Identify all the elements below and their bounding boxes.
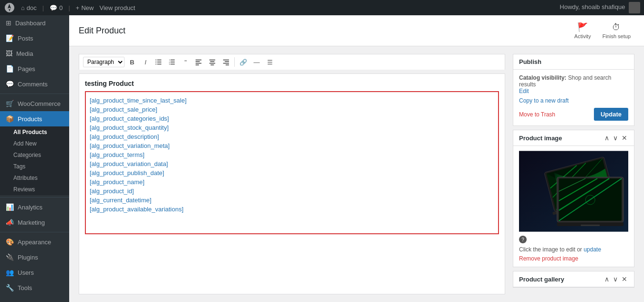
svg-rect-23 — [226, 64, 229, 65]
plugins-icon: 🔌 — [6, 253, 14, 261]
svg-rect-4 — [156, 64, 156, 65]
svg-rect-17 — [210, 61, 215, 62]
view-product-link[interactable]: View product — [99, 4, 135, 11]
sidebar-sep-1 — [0, 94, 69, 94]
product-gallery-collapse-up[interactable]: ∧ — [603, 275, 610, 283]
editor-toolbar: Paragraph Heading 1 Heading 2 B I 1.2.3.… — [79, 54, 505, 70]
sidebar-sub-attributes[interactable]: Attributes — [0, 172, 69, 184]
marketing-icon: 📣 — [6, 219, 14, 226]
svg-rect-16 — [209, 60, 215, 61]
bold-button[interactable]: B — [126, 56, 138, 68]
sidebar-item-pages[interactable]: 📄 Pages — [0, 61, 69, 76]
align-right-button[interactable] — [220, 56, 231, 68]
svg-rect-9 — [171, 62, 175, 62]
product-gallery-hide[interactable]: ✕ — [621, 275, 628, 283]
finish-setup-button[interactable]: ⏱ Finish setup — [599, 20, 634, 42]
align-left-button[interactable] — [193, 56, 205, 68]
shortcode-line: [alg_product_available_variations] — [90, 205, 494, 214]
shortcodes-container: [alg_product_time_since_last_sale][alg_p… — [85, 91, 499, 234]
product-image-collapse-down[interactable]: ∨ — [612, 134, 619, 142]
align-center-button[interactable] — [207, 56, 218, 68]
wp-logo[interactable] — [4, 2, 15, 13]
shortcode-line: [alg_product_description] — [90, 132, 494, 141]
howdy-text: Howdy, shoaib shafique — [560, 2, 640, 13]
pages-icon: 📄 — [6, 65, 14, 73]
image-hint: Click the image to edit or update — [519, 246, 628, 253]
shortcode-line: [alg_product_sale_price] — [90, 105, 494, 114]
kitchen-sink-button[interactable]: ☰ — [264, 56, 276, 68]
sidebar-item-appearance[interactable]: 🎨 Appearance — [0, 234, 69, 250]
sidebar-item-comments[interactable]: 💬 Comments — [0, 76, 69, 92]
tools-icon: 🔧 — [6, 284, 14, 292]
link-button[interactable]: 🔗 — [238, 56, 249, 68]
analytics-icon: 📊 — [6, 203, 14, 211]
blockquote-button[interactable]: " — [180, 56, 191, 68]
product-image-panel: Product image ∧ ∨ ✕ — [513, 130, 634, 267]
sidebar-item-tools[interactable]: 🔧 Tools — [0, 280, 69, 295]
numbered-list-button[interactable]: 1.2.3. — [166, 56, 178, 68]
sidebar-item-posts[interactable]: 📝 Posts — [0, 31, 69, 46]
copy-draft-link[interactable]: Copy to a new draft — [519, 97, 569, 104]
catalog-visibility-row: Catalog visibility: Shop and search resu… — [519, 74, 628, 94]
italic-button[interactable]: I — [140, 56, 151, 68]
more-button[interactable]: — — [251, 56, 262, 68]
sidebar-sub-reviews[interactable]: Reviews — [0, 184, 69, 195]
svg-rect-39 — [581, 225, 600, 226]
product-image-collapse-up[interactable]: ∧ — [603, 134, 610, 142]
product-gallery-collapse-down[interactable]: ∨ — [612, 275, 619, 283]
new-content-button[interactable]: + New — [76, 4, 94, 11]
svg-rect-5 — [157, 64, 162, 65]
posts-icon: 📝 — [6, 34, 14, 42]
shortcode-line: [alg_current_datetime] — [90, 196, 494, 205]
media-icon: 🖼 — [6, 50, 12, 57]
sidebar-item-plugins[interactable]: 🔌 Plugins — [0, 250, 69, 265]
comment-bubble[interactable]: 💬 0 — [50, 4, 62, 11]
sidebar-item-marketing[interactable]: 📣 Marketing — [0, 215, 69, 230]
sidebar-sub-add-new[interactable]: Add New — [0, 138, 69, 149]
sidebar-item-media[interactable]: 🖼 Media — [0, 46, 69, 61]
sidebar-sub-tags[interactable]: Tags — [0, 161, 69, 172]
svg-rect-1 — [157, 60, 162, 61]
products-submenu: All Products Add New Categories Tags Att… — [0, 126, 69, 195]
svg-rect-0 — [156, 60, 156, 61]
product-image-hide[interactable]: ✕ — [621, 134, 628, 142]
product-image-panel-body: ? Click the image to edit or update Remo… — [513, 146, 634, 267]
site-name[interactable]: ⌂ doc — [21, 4, 37, 11]
sidebar-sub-categories[interactable]: Categories — [0, 149, 69, 161]
appearance-icon: 🎨 — [6, 238, 14, 246]
bullet-list-button[interactable] — [153, 56, 165, 68]
shortcode-line: [alg_product_publish_date] — [90, 168, 494, 177]
sidebar-sub-all-products[interactable]: All Products — [0, 126, 69, 138]
sidebar-item-dashboard[interactable]: ⊞ Dashboard — [0, 15, 69, 31]
sidebar-sep-3 — [0, 232, 69, 232]
svg-rect-12 — [196, 60, 201, 61]
sidebar-item-products[interactable]: 📦 Products — [0, 111, 69, 126]
update-button[interactable]: Update — [594, 108, 628, 121]
svg-rect-22 — [223, 63, 229, 64]
update-image-link[interactable]: update — [583, 246, 601, 253]
catalog-edit-link[interactable]: Edit — [519, 88, 529, 94]
main-content: Edit Product 🚩 Activity ⏱ Finish setup — [69, 15, 644, 302]
svg-rect-14 — [196, 63, 201, 64]
move-trash-link[interactable]: Move to Trash — [519, 111, 555, 118]
sidebar-item-users[interactable]: 👥 Users — [0, 265, 69, 280]
copy-draft-row: Copy to a new draft — [519, 97, 628, 104]
format-select[interactable]: Paragraph Heading 1 Heading 2 — [83, 57, 125, 67]
svg-rect-21 — [225, 61, 229, 62]
editor-area: Paragraph Heading 1 Heading 2 B I 1.2.3.… — [79, 54, 505, 294]
help-icon[interactable]: ? — [519, 236, 527, 243]
product-gallery-panel: Product gallery ∧ ∨ ✕ — [513, 271, 634, 288]
shortcode-line: [alg_product_variation_data] — [90, 159, 494, 168]
remove-product-image-link[interactable]: Remove product image — [519, 255, 578, 262]
product-image-panel-header: Product image ∧ ∨ ✕ — [513, 130, 634, 146]
activity-button[interactable]: 🚩 Activity — [571, 19, 595, 42]
sidebar-item-woocommerce[interactable]: 🛒 WooCommerce — [0, 96, 69, 111]
editor-content[interactable]: testing Product [alg_product_time_since_… — [79, 73, 505, 294]
comments-icon: 💬 — [6, 80, 14, 88]
page-title: Edit Product — [79, 26, 125, 36]
product-image-container[interactable] — [519, 151, 628, 232]
shortcode-line: [alg_product_variation_meta] — [90, 141, 494, 150]
shortcode-line: [alg_product_categories_ids] — [90, 114, 494, 123]
publish-panel: Publish Catalog visibility: Shop and sea… — [513, 54, 634, 126]
sidebar-item-analytics[interactable]: 📊 Analytics — [0, 199, 69, 215]
